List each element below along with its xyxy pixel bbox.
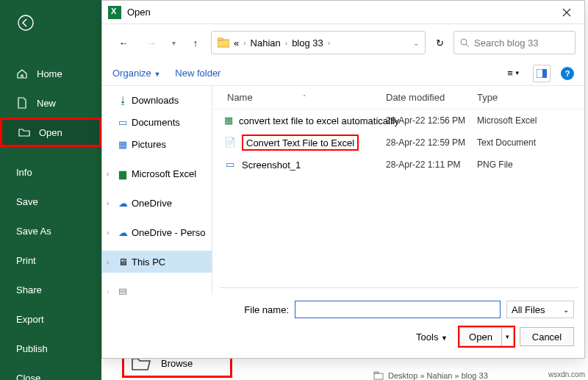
sidebar-item-close[interactable]: Close <box>0 363 101 380</box>
watermark-text: wsxdn.com <box>548 370 585 379</box>
tools-menu[interactable]: Tools ▼ <box>416 331 448 343</box>
organize-menu[interactable]: Organize ▼ <box>112 68 160 79</box>
dialog-titlebar: Open <box>102 1 584 24</box>
column-name[interactable]: Name <box>227 92 253 103</box>
file-date: 28-Apr-22 12:59 PM <box>386 137 477 148</box>
pictures-icon: ▦ <box>117 138 129 150</box>
arrow-right-icon: → <box>147 37 157 49</box>
tree-item-onedrive-personal[interactable]: ›☁OneDrive - Perso <box>102 221 212 243</box>
view-layout-button[interactable]: ≡▼ <box>505 65 523 82</box>
tree-item-network[interactable]: ›▤ <box>102 280 212 295</box>
tree-item-thispc[interactable]: ›🖥This PC <box>102 251 212 273</box>
back-arrow-icon <box>18 15 34 31</box>
nav-forward-button[interactable]: → <box>139 30 164 55</box>
sidebar-item-info[interactable]: Info <box>0 157 101 187</box>
sidebar-item-saveas[interactable]: Save As <box>0 216 101 245</box>
column-date[interactable]: Date modified <box>386 92 477 103</box>
sidebar-item-share[interactable]: Share <box>0 275 101 304</box>
close-icon <box>562 8 571 17</box>
path-segment[interactable]: blog 33 <box>292 37 323 49</box>
arrow-left-icon: ← <box>119 37 129 49</box>
nav-history-button[interactable]: ▾ <box>167 30 180 55</box>
nav-back-button[interactable]: ← <box>111 30 136 55</box>
chevron-down-icon: ▼ <box>441 334 448 342</box>
svg-rect-4 <box>218 38 223 40</box>
browse-label: Browse <box>161 358 193 369</box>
tree-item-documents[interactable]: ▭Documents <box>102 111 212 133</box>
cloud-icon: ☁ <box>117 226 129 238</box>
sidebar-item-new[interactable]: New <box>0 88 101 118</box>
pc-icon: 🖥 <box>117 256 129 268</box>
cloud-icon: ☁ <box>117 197 129 209</box>
file-row[interactable]: ▦convert text file to excel automaticall… <box>212 110 584 132</box>
help-icon: ? <box>565 69 570 78</box>
refresh-button[interactable]: ↻ <box>429 37 451 49</box>
download-icon: ⭳ <box>117 94 129 106</box>
excel-app-icon <box>108 6 121 19</box>
chevron-right-icon: › <box>285 39 287 47</box>
excel-icon: ▆ <box>117 168 129 179</box>
sidebar-item-print[interactable]: Print <box>0 245 101 275</box>
open-file-dialog: Open ← → ▾ ↑ « › Nahian › blog 33 › ⌄ ↻ … <box>101 0 585 359</box>
chevron-down-icon: ▼ <box>154 71 160 78</box>
file-date: 28-Apr-22 12:56 PM <box>386 115 477 126</box>
file-row[interactable]: 📄Convert Text File to Excel 28-Apr-22 12… <box>212 132 584 154</box>
filename-input[interactable] <box>295 301 501 318</box>
chevron-down-icon: ▾ <box>172 39 176 47</box>
arrow-up-icon: ↑ <box>193 37 198 49</box>
sidebar-item-open[interactable]: Open <box>0 118 101 147</box>
text-file-icon: 📄 <box>224 137 236 148</box>
tree-item-onedrive[interactable]: ›☁OneDrive <box>102 192 212 214</box>
file-list-header[interactable]: Name˄ Date modified Type <box>212 86 584 110</box>
svg-rect-1 <box>374 373 383 379</box>
chevron-down-icon: ▼ <box>514 70 520 76</box>
chevron-down-icon: ▾ <box>506 333 509 340</box>
chevron-right-icon: › <box>107 258 114 266</box>
refresh-icon: ↻ <box>436 37 444 49</box>
path-ellipsis: « <box>234 37 239 49</box>
open-folder-icon <box>18 126 30 138</box>
tree-item-downloads[interactable]: ⭳Downloads <box>102 89 212 111</box>
file-type-filter[interactable]: All Files ⌄ <box>506 301 574 318</box>
sidebar-item-save[interactable]: Save <box>0 187 101 216</box>
file-list-area: Name˄ Date modified Type ▦convert text f… <box>212 86 584 295</box>
svg-rect-7 <box>542 69 547 78</box>
dialog-close-button[interactable] <box>552 1 581 24</box>
excel-file-icon: ▦ <box>224 115 233 126</box>
sidebar-item-export[interactable]: Export <box>0 304 101 334</box>
tree-item-pictures[interactable]: ▦Pictures <box>102 133 212 155</box>
back-button[interactable] <box>0 0 101 29</box>
preview-pane-button[interactable] <box>533 65 551 82</box>
file-row[interactable]: ▭Screenshot_1 28-Apr-22 1:11 PM PNG File <box>212 154 584 176</box>
list-lines-icon: ≡ <box>507 68 513 79</box>
search-icon <box>460 38 470 48</box>
folder-tree: ⭳Downloads ▭Documents ▦Pictures ›▆Micros… <box>102 86 212 295</box>
help-button[interactable]: ? <box>561 67 574 80</box>
sidebar-item-home[interactable]: Home <box>0 59 101 88</box>
chevron-down-icon[interactable]: ⌄ <box>413 39 419 47</box>
chevron-right-icon: › <box>107 287 114 295</box>
chevron-right-icon: › <box>107 170 114 178</box>
tree-item-msexcel[interactable]: ›▆Microsoft Excel <box>102 162 212 184</box>
nav-up-button[interactable]: ↑ <box>183 30 208 55</box>
path-segment[interactable]: Nahian <box>251 37 281 49</box>
column-type[interactable]: Type <box>477 92 584 103</box>
chevron-right-icon: › <box>107 229 114 237</box>
sidebar-item-publish[interactable]: Publish <box>0 334 101 363</box>
horizontal-scrollbar[interactable] <box>220 287 578 295</box>
svg-point-0 <box>18 15 33 30</box>
image-file-icon: ▭ <box>224 159 236 171</box>
open-button[interactable]: Open <box>459 327 502 346</box>
chevron-right-icon: › <box>243 39 245 47</box>
file-type: Microsoft Excel <box>477 115 584 126</box>
recent-path-preview: Desktop » Nahian » blog 33 <box>373 371 488 380</box>
search-box[interactable]: Search blog 33 <box>453 31 576 54</box>
dialog-toolbar: Organize ▼ New folder ≡▼ ? <box>102 61 584 86</box>
chevron-right-icon: › <box>107 199 114 207</box>
cancel-button[interactable]: Cancel <box>520 327 574 346</box>
file-type: PNG File <box>477 159 584 170</box>
address-bar[interactable]: « › Nahian › blog 33 › ⌄ <box>211 31 426 54</box>
preview-pane-icon <box>537 69 547 78</box>
new-folder-button[interactable]: New folder <box>175 68 220 79</box>
open-split-menu[interactable]: ▾ <box>502 327 514 346</box>
